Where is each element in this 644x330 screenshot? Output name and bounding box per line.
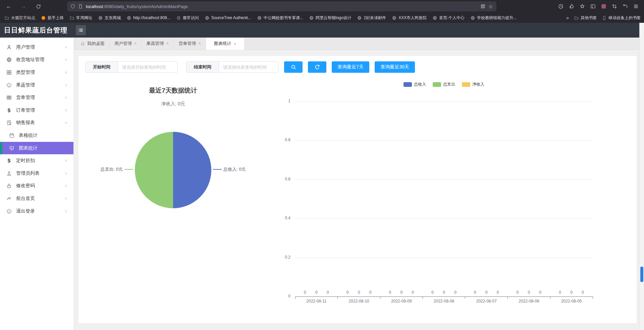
chevron-left-icon <box>64 108 68 112</box>
sidebar-item-admin-list[interactable]: 管理员列表 <box>0 167 73 180</box>
bookmark-item[interactable]: 2封未读邮件 <box>357 15 386 21</box>
x-axis-line <box>295 296 593 297</box>
bookmark-item[interactable]: 京东商城 <box>98 15 121 21</box>
table-icon <box>6 95 12 101</box>
sidebar-item-timed-discount[interactable]: $定时折扣 <box>0 154 73 167</box>
bookmark-item[interactable]: SourceTree Authenti... <box>205 15 251 20</box>
sidebar-item-addresses[interactable]: 收货地址管理 <box>0 54 73 66</box>
bookmark-label: 最常访问 <box>183 15 199 21</box>
sidebar-item-invoices[interactable]: 货单管理 <box>0 91 73 104</box>
forward-icon[interactable]: → <box>20 3 27 10</box>
bookmark-item[interactable]: 火狐官方站点 <box>5 15 35 21</box>
lock-icon <box>6 183 12 189</box>
tab-invoices[interactable]: 货单管理× <box>174 38 206 49</box>
history-icon[interactable] <box>557 3 564 10</box>
sidebars-icon[interactable] <box>590 3 596 10</box>
bookmark-item[interactable]: 最常访问 <box>176 15 199 21</box>
chevron-left-icon <box>64 171 68 175</box>
logout-icon <box>6 208 12 214</box>
screenshot-icon[interactable] <box>611 3 618 10</box>
tab-close-icon[interactable]: × <box>198 41 201 46</box>
sidebar-item-types[interactable]: 类型管理 <box>0 66 73 79</box>
tracking-shield-icon[interactable] <box>70 4 75 9</box>
sidebar-item-label: 订单管理 <box>16 107 64 113</box>
sidebar-item-label: 修改密码 <box>16 183 64 189</box>
sidebar-item-label: 货单管理 <box>16 95 64 101</box>
bookmarks-menu-icon[interactable] <box>579 3 586 10</box>
gridline <box>295 101 593 102</box>
tab-close-icon[interactable]: × <box>166 41 169 46</box>
bar-value-label: 0 <box>410 290 416 295</box>
legend-swatch <box>433 82 441 87</box>
restore-session-icon[interactable] <box>622 3 629 10</box>
chevron-left-icon <box>64 159 68 163</box>
globe-icon <box>357 16 362 20</box>
bookmark-item[interactable]: 其他书签 <box>574 15 597 21</box>
tab-desktop[interactable]: 我的桌面 <box>75 38 110 49</box>
legend-item[interactable]: 总支出 <box>433 81 455 87</box>
bookmark-item[interactable]: 新手上路 <box>41 15 64 21</box>
bookmark-label: 移动设备上的书签 <box>608 15 641 21</box>
back-icon[interactable]: ← <box>5 3 12 10</box>
bookmark-item[interactable]: 常用网址 <box>70 15 92 21</box>
legend-item[interactable]: 总收入 <box>404 81 426 87</box>
sidebar-item-fruits[interactable]: 果蔬管理 <box>0 79 73 92</box>
scrollbar-thumb[interactable] <box>640 267 643 282</box>
profile-avatar[interactable] <box>600 3 607 10</box>
bookmark-item[interactable]: 阿里云智能logo设计 <box>309 15 352 21</box>
bookmarks-overflow-chevron[interactable]: » <box>566 15 569 20</box>
globe-icon <box>433 16 437 20</box>
app-menu-icon[interactable] <box>633 3 639 10</box>
bookmark-item[interactable]: XXX市人民医院 <box>392 15 427 21</box>
sidebar-item-orders[interactable]: $订单管理 <box>0 104 73 117</box>
x-axis-label: 2022-08-10 <box>337 299 381 304</box>
sidebar-item-logout[interactable]: 退出登录 <box>0 205 73 218</box>
tab-users[interactable]: 用户管理× <box>110 38 142 49</box>
sidebar-item-label: 用户管理 <box>16 44 64 50</box>
x-axis-label: 2022-08-09 <box>380 299 423 304</box>
reload-icon[interactable] <box>35 3 42 10</box>
bar-value-label: 0 <box>398 290 405 295</box>
bookmark-item[interactable]: 首页-个人中心 <box>433 15 465 21</box>
app-title: 日日鲜果蔬后台管理 <box>4 23 67 38</box>
sidebar-item-label: 退出登录 <box>16 208 64 214</box>
tab-fruits[interactable]: 果蔬管理× <box>142 38 174 49</box>
chart-panel: 开始时间 结束时间 查询最近7天 查询最近30天 最近7天数据统计 净收入: 0… <box>78 56 637 323</box>
sidebar-item-change-password[interactable]: 修改密码 <box>0 180 73 192</box>
bar-value-label: 0 <box>356 290 362 295</box>
tab-label: 果蔬管理 <box>147 41 164 47</box>
tab-close-icon[interactable]: × <box>234 41 236 46</box>
tab-chart-stats[interactable]: 图表统计× <box>206 38 245 50</box>
bar-value-label: 0 <box>313 290 320 295</box>
gridline <box>295 258 593 258</box>
bookmark-item[interactable]: 中公网校图书专享课... <box>257 15 303 21</box>
report-icon <box>6 120 12 126</box>
sidebar-item-users[interactable]: 用户管理 <box>0 41 73 54</box>
sidebar-item-label: 定时折扣 <box>16 158 64 164</box>
bookmark-item[interactable]: http://localhost:808... <box>127 15 170 20</box>
sidebar-item-table-stats[interactable]: 表格统计 <box>0 129 73 142</box>
sidebar-item-front-home[interactable]: 前台首页 <box>0 192 73 205</box>
page-scrollbar[interactable] <box>639 23 644 330</box>
bar-value-label: 0 <box>494 290 501 295</box>
legend-item[interactable]: 净收入 <box>462 81 484 87</box>
bookmark-item[interactable]: 移动设备上的书签 <box>602 15 641 21</box>
page-info-icon[interactable] <box>78 4 83 9</box>
list-icon <box>78 28 84 33</box>
sidebar-item-label: 收货地址管理 <box>16 57 64 63</box>
bookmark-item[interactable]: 学校教研组能力提升... <box>471 15 517 21</box>
url-bar[interactable]: localhost:8080/daily_fruits/system/toAdm… <box>67 1 496 11</box>
tab-close-icon[interactable]: × <box>134 41 137 46</box>
sidebar-item-chart-stats[interactable]: 图表统计 <box>0 142 73 155</box>
y-axis-label: 0.6 <box>246 177 290 181</box>
bookmark-label: 阿里云智能logo设计 <box>316 15 352 21</box>
qr-extension-icon[interactable] <box>481 4 485 9</box>
sidebar-item-sales-report[interactable]: 销售报表 <box>0 117 73 129</box>
grid-icon <box>6 69 12 75</box>
bookmark-star-icon[interactable]: ☆ <box>488 3 493 10</box>
sidebar-toggle-button[interactable] <box>76 25 86 35</box>
chevron-down-icon <box>64 121 68 125</box>
sidebar-item-label: 类型管理 <box>16 69 64 75</box>
dollar-icon: $ <box>6 158 12 164</box>
thumbs-up-extension-icon[interactable] <box>568 3 575 10</box>
